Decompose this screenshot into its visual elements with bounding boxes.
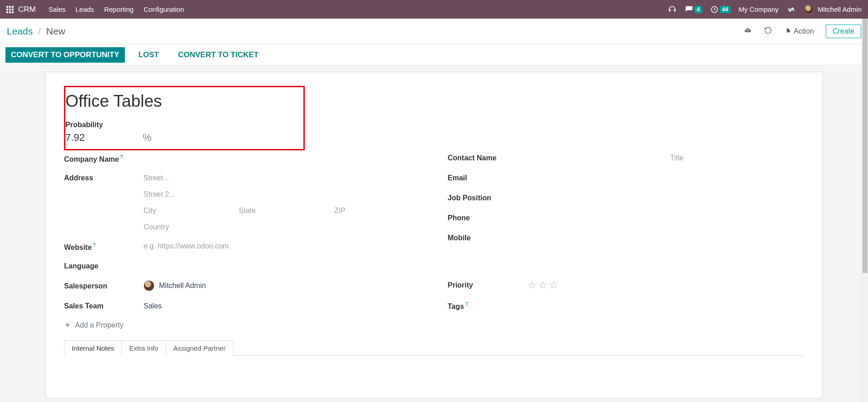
fade-overlay — [46, 382, 822, 398]
convert-ticket-button[interactable]: CONVERT TO TICKET — [173, 47, 264, 63]
language-input[interactable] — [144, 260, 421, 272]
chat-badge: 4 — [694, 6, 702, 13]
breadcrumb-current: New — [46, 26, 65, 36]
svg-rect-6 — [6, 11, 8, 13]
svg-rect-2 — [12, 6, 14, 8]
probability-row: Probability % — [65, 121, 303, 144]
email-row: Email — [448, 172, 804, 185]
help-icon[interactable]: ? — [120, 154, 123, 160]
tab-assigned-partner[interactable]: Assigned Partner — [166, 340, 233, 356]
zip-input[interactable] — [334, 205, 421, 217]
star-icon[interactable]: ☆ — [538, 279, 547, 291]
nav-sales[interactable]: Sales — [49, 5, 66, 13]
tags-label: Tags? — [448, 299, 527, 311]
star-icon[interactable]: ☆ — [549, 279, 558, 291]
salesperson-value[interactable]: Mitchell Admin — [144, 280, 421, 291]
help-icon[interactable]: ? — [93, 242, 96, 248]
phone-input[interactable] — [527, 212, 804, 224]
tab-internal-notes[interactable]: Internal Notes — [64, 340, 122, 356]
mobile-input[interactable] — [527, 232, 804, 244]
create-button[interactable]: Create — [826, 25, 861, 38]
company-name-input[interactable] — [144, 152, 421, 164]
svg-rect-4 — [9, 9, 11, 10]
cloud-upload-icon[interactable] — [743, 27, 752, 36]
svg-rect-0 — [6, 6, 8, 8]
percent-sign: % — [143, 132, 152, 144]
debug-icon[interactable] — [787, 5, 796, 14]
website-input[interactable] — [144, 240, 421, 252]
company-selector[interactable]: My Company — [739, 5, 779, 13]
form-body: Company Name? Address — [64, 152, 804, 330]
help-icon[interactable]: ? — [465, 301, 468, 308]
form-col-left: Company Name? Address — [64, 152, 421, 330]
language-label: Language — [64, 260, 144, 270]
contact-name-label: Contact Name — [448, 152, 527, 162]
sheet-wrap: Probability % Company Name? Address — [0, 65, 868, 399]
avatar-icon — [804, 5, 814, 15]
nav-configuration[interactable]: Configuration — [144, 5, 184, 13]
notebook-tabs: Internal Notes Extra Info Assigned Partn… — [64, 340, 804, 356]
action-label: Action — [794, 27, 814, 35]
probability-input[interactable] — [65, 132, 97, 144]
salesperson-avatar-icon — [144, 280, 154, 291]
form-sheet: Probability % Company Name? Address — [45, 72, 823, 399]
scrollbar[interactable] — [861, 19, 868, 402]
tags-input[interactable] — [527, 299, 804, 311]
job-input[interactable] — [527, 192, 804, 204]
breadcrumb: Leads / New — [7, 26, 65, 37]
street2-input[interactable] — [144, 189, 421, 200]
priority-stars[interactable]: ☆ ☆ ☆ — [527, 279, 804, 291]
brand[interactable]: CRM — [6, 5, 36, 14]
address-row: Address — [64, 172, 421, 233]
breadcrumb-sep: / — [38, 26, 41, 36]
sales-team-row: Sales Team Sales — [64, 300, 421, 313]
voip-icon[interactable] — [668, 5, 677, 14]
website-row: Website? — [64, 240, 421, 253]
website-label: Website? — [64, 240, 144, 252]
email-input[interactable] — [527, 172, 804, 184]
add-property-label: Add a Property — [75, 321, 124, 329]
phone-row: Phone — [448, 212, 804, 225]
job-row: Job Position — [448, 192, 804, 205]
svg-rect-5 — [12, 9, 14, 10]
title-input[interactable] — [670, 152, 804, 164]
breadcrumb-root[interactable]: Leads — [7, 26, 33, 36]
star-icon[interactable]: ☆ — [527, 279, 536, 291]
brand-name[interactable]: CRM — [18, 5, 36, 14]
add-property-button[interactable]: ＋ Add a Property — [64, 320, 421, 330]
address-label: Address — [64, 172, 144, 182]
email-label: Email — [448, 172, 527, 182]
activity-icon[interactable]: 44 — [710, 5, 730, 14]
company-name-row: Company Name? — [64, 152, 421, 165]
highlight-box: Probability % — [64, 86, 305, 150]
convert-opportunity-button[interactable]: CONVERT TO OPPORTUNITY — [5, 47, 125, 63]
discard-icon[interactable] — [764, 26, 772, 37]
chat-icon[interactable]: 4 — [685, 5, 702, 14]
svg-rect-3 — [6, 9, 8, 10]
nav-reporting[interactable]: Reporting — [104, 5, 134, 13]
nav-right: 4 44 My Company Mitchell Admin — [668, 5, 862, 15]
contact-name-input[interactable] — [527, 152, 661, 164]
action-button[interactable]: Action — [784, 27, 814, 35]
street-input[interactable] — [144, 172, 421, 184]
scrollbar-thumb[interactable] — [863, 19, 868, 273]
country-input[interactable] — [144, 221, 421, 233]
state-input[interactable] — [239, 205, 325, 217]
nav-left: CRM Sales Leads Reporting Configuration — [6, 5, 184, 14]
apps-icon[interactable] — [6, 6, 14, 13]
activity-badge: 44 — [720, 6, 730, 13]
company-name-label: Company Name? — [64, 152, 144, 164]
nav-leads[interactable]: Leads — [75, 5, 94, 13]
lead-title-input[interactable] — [65, 92, 303, 111]
form-col-right: Contact Name Email Job Position Phone — [448, 152, 804, 330]
user-menu[interactable]: Mitchell Admin — [804, 5, 862, 15]
salesperson-row: Salesperson Mitchell Admin — [64, 280, 421, 293]
lost-button[interactable]: LOST — [133, 47, 164, 63]
svg-rect-7 — [9, 11, 11, 13]
sales-team-value[interactable]: Sales — [144, 300, 162, 310]
language-row: Language — [64, 260, 421, 273]
tags-row: Tags? — [448, 299, 804, 312]
svg-rect-1 — [9, 6, 11, 8]
city-input[interactable] — [144, 205, 230, 217]
tab-extra-info[interactable]: Extra Info — [121, 340, 166, 356]
